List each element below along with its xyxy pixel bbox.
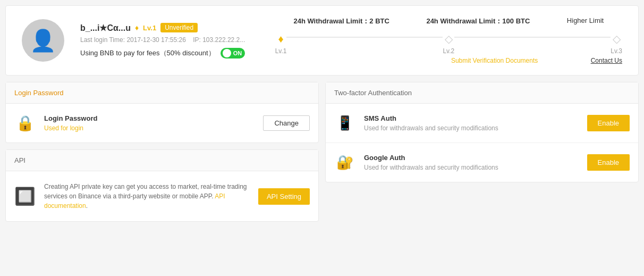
login-password-details: Login Password Used for login bbox=[44, 114, 255, 132]
login-password-item: 🔒 Login Password Used for login Change bbox=[14, 114, 310, 132]
login-password-card: Login Password 🔒 Login Password Used for… bbox=[5, 82, 319, 143]
diamond-lv3-icon: ◇ bbox=[613, 32, 621, 45]
lv2-text: Lv.2 bbox=[443, 47, 454, 55]
two-fa-card: Two-factor Authentication 📱 SMS Auth Use… bbox=[325, 82, 639, 182]
diamond-lv1-icon: ♦ bbox=[278, 33, 283, 45]
sms-icon: 📱 bbox=[334, 115, 355, 131]
change-password-button[interactable]: Change bbox=[263, 115, 310, 131]
lv1-text: Lv.1 bbox=[275, 47, 287, 55]
lv2-limit-value: 24h Withdrawal Limit：100 BTC bbox=[426, 17, 530, 25]
limits-section: 24h Withdrawal Limit：2 BTC 24h Withdrawa… bbox=[254, 16, 622, 64]
avatar-section: 👤 bbox=[22, 19, 64, 62]
username: b_...i★Cα...u bbox=[80, 23, 131, 33]
sms-details: SMS Auth Used for withdrawals and securi… bbox=[364, 114, 579, 132]
google-auth-item: 🔐 Google Auth Used for withdrawals and s… bbox=[326, 143, 638, 182]
profile-info: b_...i★Cα...u ♦ Lv.1 Unverified Last log… bbox=[80, 23, 254, 58]
last-login-info: Last login Time: 2017-12-30 17:55:26 IP:… bbox=[80, 36, 254, 44]
limits-actions: Submit Verification Documents Contact Us bbox=[275, 57, 622, 64]
diamond-gold-icon: ♦ bbox=[135, 23, 139, 32]
api-chip-icon: 🔲 bbox=[14, 186, 36, 206]
google-icon: 🔐 bbox=[334, 154, 355, 171]
api-description: Creating API private key can get you acc… bbox=[44, 182, 250, 211]
toggle-dot bbox=[223, 49, 231, 57]
lv1-limit: 24h Withdrawal Limit：2 BTC bbox=[293, 16, 389, 26]
bnb-fee-row: Using BNB to pay for fees（50% discount） … bbox=[80, 48, 254, 58]
two-fa-header: Two-factor Authentication bbox=[326, 82, 638, 104]
bnb-toggle[interactable]: ON bbox=[221, 48, 245, 58]
api-body: 🔲 Creating API private key can get you a… bbox=[6, 171, 318, 221]
right-panel: Two-factor Authentication 📱 SMS Auth Use… bbox=[325, 82, 639, 222]
bottom-section: Login Password 🔒 Login Password Used for… bbox=[5, 82, 639, 222]
limits-row: 24h Withdrawal Limit：2 BTC 24h Withdrawa… bbox=[275, 16, 622, 26]
ip-address: 103.222.22.2... bbox=[202, 36, 245, 44]
levels-progress: ♦ Lv.1 ◇ Lv.2 ◇ Lv.3 bbox=[275, 32, 622, 55]
api-content: 🔲 Creating API private key can get you a… bbox=[14, 182, 310, 211]
lock-icon: 🔒 bbox=[14, 114, 36, 132]
lv3-limit-value: Higher Limit bbox=[567, 16, 604, 24]
login-password-desc: Used for login bbox=[44, 124, 255, 132]
submit-verification-link[interactable]: Submit Verification Documents bbox=[451, 57, 538, 64]
avatar-icon: 👤 bbox=[30, 30, 56, 51]
avatar: 👤 bbox=[22, 19, 64, 62]
last-login-time: 2017-12-30 17:55:26 bbox=[126, 36, 185, 44]
sms-auth-item: 📱 SMS Auth Used for withdrawals and secu… bbox=[326, 104, 638, 143]
progress-line-2 bbox=[454, 37, 611, 38]
sms-desc: Used for withdrawals and security modifi… bbox=[364, 124, 579, 132]
verification-badge: Unverified bbox=[160, 23, 198, 32]
google-title: Google Auth bbox=[364, 154, 579, 162]
spacer-mid bbox=[538, 57, 590, 64]
ip-label: IP: bbox=[193, 36, 201, 44]
login-password-body: 🔒 Login Password Used for login Change bbox=[6, 104, 318, 143]
login-password-header: Login Password bbox=[6, 82, 318, 104]
spacer-left bbox=[275, 57, 451, 64]
lv3-limit: Higher Limit bbox=[567, 16, 604, 24]
lv2-limit: 24h Withdrawal Limit：100 BTC bbox=[426, 16, 530, 26]
sms-enable-button[interactable]: Enable bbox=[587, 115, 630, 131]
lv3-text: Lv.3 bbox=[611, 47, 622, 55]
diamond-lv2-icon: ◇ bbox=[445, 32, 453, 45]
google-desc: Used for withdrawals and security modifi… bbox=[364, 164, 579, 171]
bnb-fee-label: Using BNB to pay for fees（50% discount） bbox=[80, 48, 215, 58]
api-setting-button[interactable]: API Setting bbox=[258, 188, 310, 205]
left-panel: Login Password 🔒 Login Password Used for… bbox=[5, 82, 319, 222]
google-details: Google Auth Used for withdrawals and sec… bbox=[364, 154, 579, 171]
level-label: Lv.1 bbox=[143, 24, 156, 32]
profile-card: 👤 b_...i★Cα...u ♦ Lv.1 Unverified Last l… bbox=[5, 5, 639, 76]
level-node-3: ◇ Lv.3 bbox=[611, 32, 622, 55]
profile-name-row: b_...i★Cα...u ♦ Lv.1 Unverified bbox=[80, 23, 254, 33]
api-card: API 🔲 Creating API private key can get y… bbox=[5, 149, 319, 222]
level-node-1: ♦ Lv.1 bbox=[275, 33, 287, 55]
contact-us-link[interactable]: Contact Us bbox=[591, 57, 622, 64]
sms-title: SMS Auth bbox=[364, 114, 579, 122]
level-node-2: ◇ Lv.2 bbox=[443, 32, 454, 55]
toggle-label: ON bbox=[233, 50, 242, 56]
api-header: API bbox=[6, 150, 318, 171]
google-enable-button[interactable]: Enable bbox=[587, 154, 630, 171]
progress-line-1 bbox=[286, 37, 443, 38]
last-login-label: Last login Time: bbox=[80, 36, 125, 44]
lv1-limit-value: 24h Withdrawal Limit：2 BTC bbox=[293, 17, 389, 25]
login-password-title: Login Password bbox=[44, 114, 255, 122]
